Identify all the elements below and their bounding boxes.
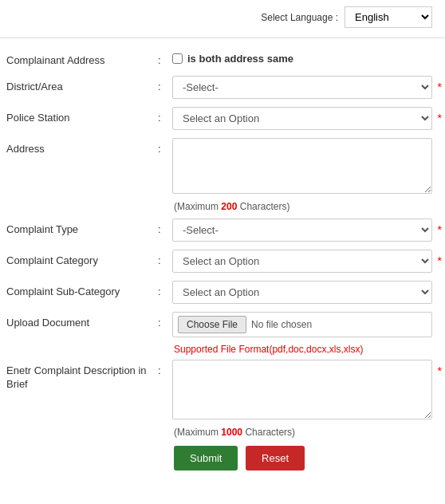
colon-5: : <box>158 219 166 235</box>
police-station-field: Select an Option * <box>172 107 432 130</box>
complainant-address-label: Complainant Address <box>6 49 158 68</box>
complaint-category-field: Select an Option * <box>172 250 432 273</box>
address-row: Address : <box>6 138 432 196</box>
form-buttons: Submit Reset <box>174 446 432 471</box>
complaint-subcategory-select[interactable]: Select an Option <box>172 281 432 304</box>
complaint-description-field: * <box>172 360 432 422</box>
colon-2: : <box>158 76 166 93</box>
address-textarea[interactable] <box>172 138 432 194</box>
same-address-checkbox[interactable] <box>172 53 183 64</box>
complaint-category-required: * <box>438 254 442 267</box>
complaint-category-label: Complaint Category <box>6 250 158 268</box>
file-upload-wrapper: Choose File No file chosen <box>172 312 432 337</box>
complaint-type-select[interactable]: -Select- <box>172 219 432 242</box>
district-required: * <box>438 81 442 93</box>
complaint-type-label: Complaint Type <box>6 219 158 237</box>
complaint-type-required: * <box>438 223 442 236</box>
address-field <box>172 138 432 196</box>
police-station-select[interactable]: Select an Option <box>172 107 432 130</box>
colon-7: : <box>158 281 166 297</box>
supported-format-text: Supported File Format(pdf,doc,docx,xls,x… <box>174 344 432 355</box>
colon-8: : <box>158 312 166 329</box>
submit-button[interactable]: Submit <box>174 446 238 471</box>
colon-6: : <box>158 250 166 266</box>
complainant-address-row: Complainant Address : is both address sa… <box>6 49 432 68</box>
complaint-subcategory-row: Complaint Sub-Category : Select an Optio… <box>6 281 432 304</box>
police-station-label: Police Station <box>6 107 158 125</box>
description-hint: (Maximum 1000 Characters) <box>174 427 432 438</box>
complaint-description-textarea[interactable] <box>172 360 432 419</box>
colon-3: : <box>158 107 166 124</box>
upload-document-row: Upload Document : Choose File No file ch… <box>6 312 432 337</box>
district-area-field: -Select- * <box>172 76 432 99</box>
same-address-label: is both address same <box>187 53 293 65</box>
language-select[interactable]: English <box>345 6 432 28</box>
complaint-type-row: Complaint Type : -Select- * <box>6 219 432 242</box>
complainant-address-field: is both address same <box>172 49 432 65</box>
complaint-category-row: Complaint Category : Select an Option * <box>6 250 432 273</box>
file-name-text: No file chosen <box>251 319 312 330</box>
complaint-type-field: -Select- * <box>172 219 432 242</box>
complaint-description-label: Enetr Complaint Description in Brief <box>6 360 158 392</box>
police-required: * <box>438 112 442 124</box>
police-station-row: Police Station : Select an Option * <box>6 107 432 130</box>
select-language-label: Select Language : <box>261 12 338 23</box>
address-hint: (Maximum 200 Characters) <box>174 201 432 212</box>
complaint-form: Complainant Address : is both address sa… <box>0 46 445 483</box>
address-label: Address <box>6 138 158 156</box>
upload-document-field: Choose File No file chosen <box>172 312 432 337</box>
complaint-subcategory-label: Complaint Sub-Category <box>6 281 158 299</box>
choose-file-button[interactable]: Choose File <box>178 316 246 333</box>
complaint-description-row: Enetr Complaint Description in Brief : * <box>6 360 432 422</box>
reset-button[interactable]: Reset <box>246 446 305 471</box>
complaint-subcategory-field: Select an Option <box>172 281 432 304</box>
colon-1: : <box>158 49 166 66</box>
district-area-row: District/Area : -Select- * <box>6 76 432 99</box>
top-bar: Select Language : English <box>0 0 445 34</box>
description-required: * <box>438 364 442 377</box>
colon-4: : <box>158 138 166 155</box>
district-area-label: District/Area <box>6 76 158 94</box>
district-area-select[interactable]: -Select- <box>172 76 432 99</box>
colon-9: : <box>158 360 166 376</box>
complaint-category-select[interactable]: Select an Option <box>172 250 432 273</box>
upload-document-label: Upload Document <box>6 312 158 330</box>
